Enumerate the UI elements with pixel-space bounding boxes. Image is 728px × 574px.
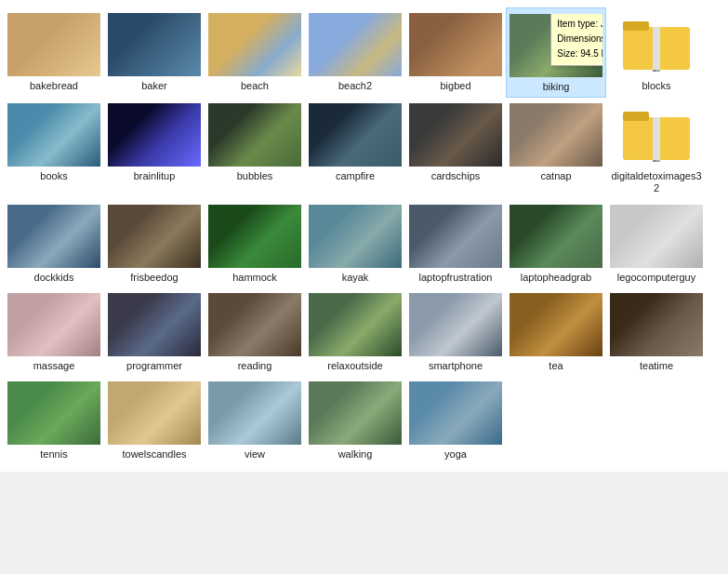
file-item-laptopfrustration[interactable]: laptopfrustration: [405, 199, 506, 287]
file-label-brainlitup: brainlitup: [134, 170, 176, 182]
file-item-walking[interactable]: walking: [305, 376, 405, 464]
thumbnail-beach2: [309, 13, 402, 76]
file-item-teatime[interactable]: teatime: [606, 287, 707, 376]
thumb-wrap: [208, 381, 301, 445]
file-label-teatime: teatime: [640, 360, 673, 372]
file-item-brainlitup[interactable]: brainlitup: [104, 98, 205, 198]
file-label-massage: massage: [33, 360, 75, 372]
file-label-legocomputerguy: legocomputerguy: [617, 272, 695, 284]
file-item-blocks[interactable]: blocks: [606, 7, 707, 98]
file-item-laptopheadgrab[interactable]: laptopheadgrab: [506, 199, 606, 287]
thumb-wrap: [309, 103, 402, 167]
thumbnail-kayak: [309, 205, 402, 268]
file-item-frisbeedog[interactable]: frisbeedog: [104, 199, 205, 287]
thumb-wrap: [208, 103, 301, 167]
file-item-dockkids[interactable]: dockkids: [4, 199, 104, 287]
thumbnail-baker: [108, 13, 201, 76]
file-label-bubbles: bubbles: [237, 170, 273, 182]
file-label-reading: reading: [238, 360, 272, 372]
file-item-digitaldetoximage32[interactable]: digitaldetoximages32: [606, 98, 707, 198]
file-item-smartphone[interactable]: smartphone: [405, 287, 506, 376]
svg-rect-18: [653, 27, 660, 70]
thumb-wrap: [7, 381, 100, 445]
thumbnail-hammock: [208, 205, 301, 268]
file-label-relaxoutside: relaxoutside: [327, 360, 382, 372]
thumbnail-frisbeedog: [108, 205, 201, 268]
file-item-view[interactable]: view: [205, 376, 305, 464]
thumbnail-massage: [7, 293, 100, 356]
thumb-wrap: Item type: JPG FileDimensions: 640 x 363…: [510, 14, 602, 77]
file-label-laptopfrustration: laptopfrustration: [419, 272, 493, 284]
thumbnail-tea: [510, 293, 602, 356]
thumbnail-bigbed: [409, 13, 502, 76]
thumb-wrap: [309, 13, 402, 76]
file-label-programmer: programmer: [126, 360, 182, 372]
file-item-relaxoutside[interactable]: relaxoutside: [305, 287, 405, 376]
thumbnail-bubbles: [208, 103, 301, 167]
thumbnail-laptopfrustration: [409, 205, 502, 268]
file-label-bakebread: bakebread: [30, 80, 78, 92]
thumbnail-campfire: [309, 103, 402, 167]
file-item-beach[interactable]: beach: [205, 7, 305, 98]
thumb-wrap: [7, 205, 100, 268]
file-label-tea: tea: [549, 360, 563, 372]
file-label-bigbed: bigbed: [440, 80, 470, 92]
thumbnail-laptopheadgrab: [510, 205, 602, 268]
file-item-bakebread[interactable]: bakebread: [4, 7, 104, 98]
thumb-wrap: [510, 103, 602, 167]
file-item-tennis[interactable]: tennis: [4, 376, 104, 464]
file-item-hammock[interactable]: hammock: [205, 199, 305, 287]
thumbnail-programmer: [108, 293, 201, 356]
file-label-walking: walking: [338, 448, 373, 461]
file-item-tea[interactable]: tea: [506, 287, 606, 376]
thumb-wrap: [7, 293, 100, 356]
file-item-books[interactable]: books: [4, 98, 104, 198]
thumbnail-biking: Item type: JPG FileDimensions: 640 x 363…: [510, 14, 602, 77]
thumbnail-smartphone: [409, 293, 502, 356]
file-item-cardschips[interactable]: cardschips: [405, 98, 506, 198]
thumb-wrap: [108, 381, 201, 445]
file-item-campfire[interactable]: campfire: [305, 98, 405, 198]
file-item-beach2[interactable]: beach2: [305, 7, 405, 98]
svg-rect-36: [623, 112, 649, 121]
file-item-catnap[interactable]: catnap: [506, 98, 606, 198]
file-item-yoga[interactable]: yoga: [405, 376, 506, 464]
file-label-books: books: [40, 170, 67, 182]
thumb-wrap: [108, 205, 201, 268]
thumb-wrap: [108, 103, 201, 167]
file-item-bigbed[interactable]: bigbed: [405, 7, 506, 98]
file-label-smartphone: smartphone: [429, 360, 483, 372]
thumbnail-towelscandles: [108, 381, 201, 445]
file-label-frisbeedog: frisbeedog: [130, 272, 178, 284]
file-label-digitaldetoximage32: digitaldetoximages32: [610, 170, 703, 194]
thumb-wrap: [208, 293, 301, 356]
file-item-bubbles[interactable]: bubbles: [205, 98, 305, 198]
file-grid: bakebreadbakerbeachbeach2bigbedItem type…: [0, 0, 728, 472]
thumbnail-tennis: [7, 381, 100, 445]
file-label-kayak: kayak: [342, 272, 369, 284]
file-label-campfire: campfire: [336, 170, 375, 182]
file-item-massage[interactable]: massage: [4, 287, 104, 376]
file-label-dockkids: dockkids: [34, 272, 74, 284]
file-tooltip: Item type: JPG FileDimensions: 640 x 363…: [550, 14, 602, 66]
file-item-reading[interactable]: reading: [205, 287, 305, 376]
file-label-towelscandles: towelscandles: [122, 448, 186, 461]
thumbnail-catnap: [510, 103, 602, 167]
file-item-programmer[interactable]: programmer: [104, 287, 205, 376]
thumbnail-reading: [208, 293, 301, 356]
file-item-legocomputerguy[interactable]: legocomputerguy: [606, 199, 707, 287]
svg-rect-37: [653, 117, 660, 160]
thumb-wrap: [208, 13, 301, 76]
file-item-towelscandles[interactable]: towelscandles: [104, 376, 205, 464]
file-label-laptopheadgrab: laptopheadgrab: [521, 272, 591, 284]
thumbnail-relaxoutside: [309, 293, 402, 356]
file-item-kayak[interactable]: kayak: [305, 199, 405, 287]
file-item-biking[interactable]: Item type: JPG FileDimensions: 640 x 363…: [506, 7, 606, 98]
file-item-baker[interactable]: baker: [104, 7, 205, 98]
zip-folder-icon: [619, 16, 694, 73]
file-label-cardschips: cardschips: [431, 170, 481, 182]
thumb-wrap: [510, 293, 602, 356]
thumb-wrap: [309, 381, 402, 445]
file-label-tennis: tennis: [40, 448, 67, 461]
thumbnail-walking: [309, 381, 402, 445]
